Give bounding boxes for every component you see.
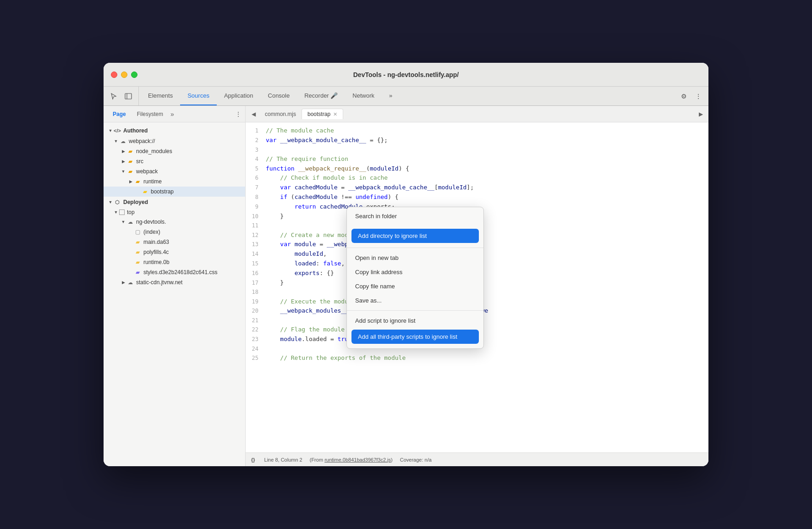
webpack-label: webpack:// xyxy=(129,138,155,144)
editor-tab-right: ▶ xyxy=(695,108,707,120)
ng-devtools-cloud-icon: ☁ xyxy=(126,218,134,226)
tab-elements[interactable]: Elements xyxy=(141,87,180,105)
tab-console[interactable]: Console xyxy=(261,87,297,105)
static-cdn-folder[interactable]: ▶ ☁ static-cdn.jtvnw.net xyxy=(104,277,245,287)
add-script-item[interactable]: Add script to ignore list xyxy=(347,314,483,328)
editor-back-button[interactable]: ◀ xyxy=(247,108,259,120)
format-icon[interactable]: {} xyxy=(251,457,255,463)
main-content: Page Filesystem » ⋮ ▼ </> Authored ▼ ☁ w… xyxy=(104,106,708,466)
panel-tab-more-icon[interactable]: » xyxy=(170,110,174,118)
webpack-folder[interactable]: ▼ ▰ webpack xyxy=(104,166,245,176)
top-folder[interactable]: ▼ top xyxy=(104,208,245,217)
index-file[interactable]: ▶ ▢ (index) xyxy=(104,227,245,237)
right-panel: ◀ common.mjs bootstrap ✕ ▶ 1 // The modu… xyxy=(246,106,708,466)
runtime-file[interactable]: ▶ ▰ runtime.0b xyxy=(104,257,245,267)
code-line-1: 1 // The module cache xyxy=(246,126,708,136)
main-file[interactable]: ▶ ▰ main.da63 xyxy=(104,237,245,247)
code-line-7: 7 var cachedModule = __webpack_module_ca… xyxy=(246,183,708,193)
panel-tab-page[interactable]: Page xyxy=(107,109,132,119)
editor-tab-common[interactable]: common.mjs xyxy=(259,109,302,119)
runtime-arrow: ▶ xyxy=(127,178,134,185)
node-modules-folder-icon: ▰ xyxy=(126,148,134,155)
editor-tab-close-icon[interactable]: ✕ xyxy=(333,111,337,117)
search-in-folder-label: Search in folder xyxy=(355,213,475,220)
context-menu-middle-section: Open in new tab Copy link address Copy f… xyxy=(347,248,483,311)
main-tabs: Elements Sources Application Console Rec… xyxy=(141,87,677,105)
minimize-button[interactable] xyxy=(121,72,127,78)
open-new-tab-item[interactable]: Open in new tab xyxy=(347,251,483,265)
src-folder[interactable]: ▶ ▰ src xyxy=(104,156,245,166)
deployed-box-icon: ⬡ xyxy=(114,198,121,206)
code-line-4: 4 // The require function xyxy=(246,154,708,164)
file-tree: ▼ </> Authored ▼ ☁ webpack:// ▶ ▰ node_m… xyxy=(104,122,245,466)
tab-more[interactable]: » xyxy=(382,87,400,105)
polyfills-label: polyfills.4c xyxy=(143,249,169,255)
top-label: top xyxy=(127,209,135,215)
src-arrow: ▶ xyxy=(120,158,126,165)
deployed-label: Deployed xyxy=(123,199,148,205)
collapse-right-icon[interactable]: ▶ xyxy=(695,108,707,120)
tab-network[interactable]: Network xyxy=(345,87,382,105)
polyfills-file[interactable]: ▶ ▰ polyfills.4c xyxy=(104,247,245,257)
polyfills-file-icon: ▰ xyxy=(134,248,141,256)
context-menu-top-section: Search in folder Add directory to ignore… xyxy=(347,207,483,248)
authored-label: Authored xyxy=(123,127,148,134)
panel-tab-filesystem[interactable]: Filesystem xyxy=(132,109,169,119)
add-all-third-party-button[interactable]: Add all third-party scripts to ignore li… xyxy=(351,330,479,344)
main-file-icon: ▰ xyxy=(134,238,141,246)
panel-tab-menu-icon[interactable]: ⋮ xyxy=(235,110,241,118)
editor-tabs: ◀ common.mjs bootstrap ✕ ▶ xyxy=(246,106,708,122)
code-line-2: 2 var __webpack_module_cache__ = {}; xyxy=(246,136,708,145)
close-button[interactable] xyxy=(111,72,117,78)
code-line-5: 5 function __webpack_require__(moduleId)… xyxy=(246,164,708,174)
sidebar-toggle-icon[interactable] xyxy=(122,90,135,103)
webpack-folder-arrow: ▼ xyxy=(120,168,126,175)
runtime-label: runtime xyxy=(143,178,162,185)
tab-application[interactable]: Application xyxy=(217,87,261,105)
traffic-lights xyxy=(111,72,137,78)
add-directory-button[interactable]: Add directory to ignore list xyxy=(351,229,479,243)
runtime-folder-icon: ▰ xyxy=(134,178,141,185)
tab-bar: Elements Sources Application Console Rec… xyxy=(104,87,708,106)
webpack-arrow: ▼ xyxy=(113,138,119,144)
tab-sources[interactable]: Sources xyxy=(180,87,217,105)
context-menu: Search in folder Add directory to ignore… xyxy=(346,207,484,349)
static-cdn-arrow: ▶ xyxy=(120,279,126,286)
more-options-icon[interactable]: ⋮ xyxy=(692,90,705,103)
webpack-folder-label: webpack xyxy=(136,168,158,175)
window-title: DevTools - ng-devtools.netlify.app/ xyxy=(353,71,459,78)
webpack-folder-icon: ▰ xyxy=(126,168,134,175)
styles-file[interactable]: ▶ ▰ styles.d3e2b24618d2c641.css xyxy=(104,267,245,277)
left-panel: Page Filesystem » ⋮ ▼ </> Authored ▼ ☁ w… xyxy=(104,106,246,466)
src-label: src xyxy=(136,158,143,165)
tab-recorder[interactable]: Recorder 🎤 xyxy=(297,87,345,105)
bootstrap-label: bootstrap xyxy=(151,188,174,195)
deployed-section-header[interactable]: ▼ ⬡ Deployed xyxy=(104,197,245,208)
bootstrap-file[interactable]: ▶ ▰ bootstrap xyxy=(104,187,245,197)
node-modules-arrow: ▶ xyxy=(120,148,126,154)
source-link[interactable]: runtime.0b841bad3967f3c2.js xyxy=(324,457,391,463)
runtime-folder[interactable]: ▶ ▰ runtime xyxy=(104,176,245,187)
static-cdn-cloud-icon: ☁ xyxy=(126,279,134,286)
search-in-folder-area: Search in folder xyxy=(347,210,483,227)
ng-devtools-folder[interactable]: ▼ ☁ ng-devtools. xyxy=(104,217,245,227)
settings-icon[interactable]: ⚙ xyxy=(677,90,690,103)
copy-link-item[interactable]: Copy link address xyxy=(347,265,483,279)
editor-tab-bootstrap[interactable]: bootstrap ✕ xyxy=(302,109,343,119)
cursor-tool-icon[interactable] xyxy=(107,90,120,103)
index-file-icon: ▢ xyxy=(134,228,141,236)
index-label: (index) xyxy=(143,229,160,235)
copy-filename-item[interactable]: Copy file name xyxy=(347,279,483,293)
save-as-item[interactable]: Save as... xyxy=(347,293,483,308)
devtools-window: DevTools - ng-devtools.netlify.app/ Elem… xyxy=(104,63,708,466)
ng-devtools-label: ng-devtools. xyxy=(136,219,166,225)
authored-section-header[interactable]: ▼ </> Authored xyxy=(104,125,245,136)
code-line-6: 6 // Check if module is in cache xyxy=(246,173,708,183)
node-modules-folder[interactable]: ▶ ▰ node_modules xyxy=(104,146,245,156)
maximize-button[interactable] xyxy=(131,72,137,78)
panel-tab-bar: Page Filesystem » ⋮ xyxy=(104,106,245,122)
src-folder-icon: ▰ xyxy=(126,158,134,165)
webpack-root[interactable]: ▼ ☁ webpack:// xyxy=(104,136,245,146)
top-page-icon xyxy=(119,209,125,215)
static-cdn-label: static-cdn.jtvnw.net xyxy=(136,279,182,286)
